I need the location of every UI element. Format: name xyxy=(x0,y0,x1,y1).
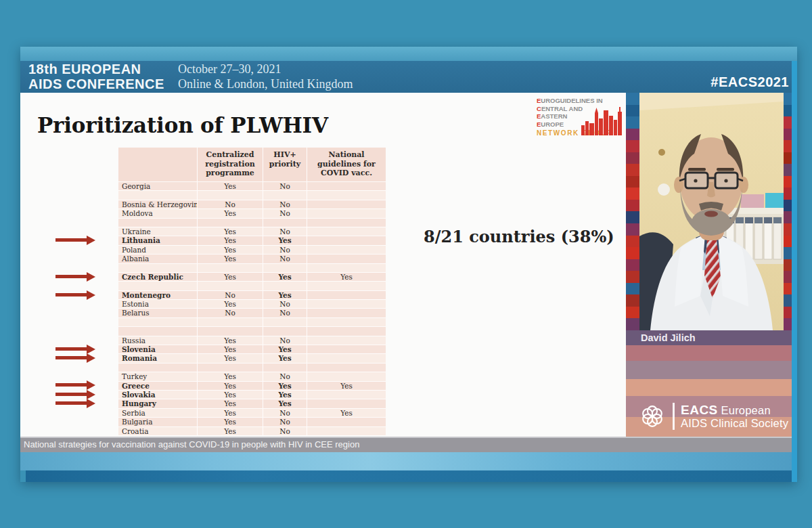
mosaic-tile xyxy=(626,93,639,105)
conference-hashtag: #EACS2021 xyxy=(710,74,789,90)
table-cell-country xyxy=(118,327,197,335)
footer-band-light xyxy=(20,452,797,470)
mosaic-tile xyxy=(626,259,639,271)
table-cell-value xyxy=(307,291,386,299)
table-cell-value: Yes xyxy=(263,273,307,281)
mosaic-tile xyxy=(626,283,639,295)
table-cell-value xyxy=(307,246,386,254)
mosaic-tile xyxy=(784,318,792,330)
mosaic-tile xyxy=(626,294,639,307)
speaker-name-band: David Jilich xyxy=(626,330,797,345)
table-cell-value xyxy=(197,191,263,199)
table-cell-country: Czech Republic xyxy=(118,273,197,281)
speaker-name-label: David Jilich xyxy=(641,332,696,343)
table-cell-value xyxy=(263,364,307,372)
table-cell-value xyxy=(197,219,263,227)
priority-arrow-icon xyxy=(55,347,87,351)
mosaic-tile xyxy=(784,176,792,188)
table-cell-country xyxy=(118,318,197,326)
table-cell-value xyxy=(197,327,263,335)
mosaic-tile xyxy=(784,116,792,129)
mosaic-tile xyxy=(784,211,792,223)
conference-title: 18th EUROPEAN AIDS CONFERENCE xyxy=(28,62,164,91)
table-cell-value: Yes xyxy=(197,399,263,408)
table-cell-country: Poland xyxy=(118,246,197,254)
table-cell-value: Yes xyxy=(197,391,263,399)
table-cell-value: No xyxy=(263,409,307,417)
table-cell-value xyxy=(307,309,386,317)
table-row: CroatiaYesNo xyxy=(118,426,386,435)
table-cell-country: Croatia xyxy=(118,427,197,435)
table-cell-value: No xyxy=(263,255,307,263)
table-cell-value xyxy=(263,318,307,326)
mosaic-tile xyxy=(626,164,639,176)
table-cell-value: No xyxy=(263,182,307,190)
table-row xyxy=(118,281,386,290)
table-cell-value: No xyxy=(263,300,307,308)
table-cell-value: Yes xyxy=(197,427,263,435)
table-cell-country: Estonia xyxy=(118,300,197,308)
table-cell-country: Romania xyxy=(118,354,197,362)
table-cell-value xyxy=(307,418,386,426)
mosaic-tile xyxy=(626,116,639,129)
table-cell-country xyxy=(118,219,197,227)
table-cell-value: No xyxy=(263,336,307,345)
table-cell-value xyxy=(307,182,386,190)
table-cell-value xyxy=(197,318,263,326)
mosaic-tile xyxy=(784,283,792,295)
conference-location-line: Online & London, United Kingdom xyxy=(178,77,353,92)
table-cell-value: Yes xyxy=(263,345,307,353)
table-cell-value xyxy=(263,191,307,199)
table-cell-country xyxy=(118,264,197,272)
priority-arrow-icon xyxy=(55,393,87,396)
table-row: EstoniaYesNo xyxy=(118,299,386,308)
ecee-logo-line: EUROGUIDELINES IN xyxy=(537,97,622,105)
mosaic-tile xyxy=(626,176,639,188)
priority-arrow-icon xyxy=(55,275,87,278)
table-cell-value: No xyxy=(263,418,307,426)
mosaic-tile xyxy=(784,129,792,141)
priority-arrow-icon xyxy=(55,383,87,387)
mosaic-tile xyxy=(626,188,639,200)
mosaic-tile xyxy=(784,294,792,307)
mosaic-tile xyxy=(784,200,792,212)
mosaic-tile xyxy=(784,307,792,319)
table-row: SloveniaYesYes xyxy=(118,345,386,353)
country-table: Centralized registration programmeHIV+ p… xyxy=(118,148,386,436)
summary-annotation: 8/21 countries (38%) xyxy=(424,227,614,246)
mosaic-tile xyxy=(784,164,792,176)
table-cell-value: Yes xyxy=(197,182,263,190)
table-cell-value: No xyxy=(263,200,307,208)
table-cell-value xyxy=(307,354,386,362)
mosaic-tile xyxy=(784,271,792,283)
table-cell-country: Slovenia xyxy=(118,345,197,353)
mosaic-tile xyxy=(626,318,639,330)
mosaic-tile xyxy=(626,152,639,164)
table-row: BelarusNoNo xyxy=(118,308,386,317)
table-cell-value: No xyxy=(197,200,263,208)
conference-title-line1: 18th EUROPEAN xyxy=(28,62,164,77)
table-cell-value xyxy=(307,219,386,227)
priority-arrow-icon xyxy=(55,238,87,242)
table-cell-country xyxy=(118,282,197,290)
table-cell-country: Montenegro xyxy=(118,291,197,299)
table-cell-value xyxy=(307,264,386,272)
table-row: TurkeyYesNo xyxy=(118,372,386,380)
caption-text: National strategies for vaccination agai… xyxy=(24,439,359,449)
table-cell-value: Yes xyxy=(307,273,386,281)
window-right-edge xyxy=(792,61,797,482)
speaker-person-illustration xyxy=(639,93,784,330)
mosaic-tile xyxy=(626,200,639,212)
table-row: AlbaniaYesNo xyxy=(118,254,386,263)
mosaic-tile xyxy=(626,271,639,283)
table-cell-value: Yes xyxy=(197,227,263,236)
mosaic-strip-right xyxy=(784,93,792,330)
table-cell-value: Yes xyxy=(263,382,307,390)
table-cell-country: Greece xyxy=(118,382,197,390)
speaker-video-feed[interactable] xyxy=(639,93,784,330)
table-cell-value: No xyxy=(263,227,307,236)
table-cell-value xyxy=(307,372,386,380)
table-cell-value xyxy=(307,191,386,199)
table-row xyxy=(118,363,386,372)
table-cell-country: Bulgaria xyxy=(118,418,197,426)
